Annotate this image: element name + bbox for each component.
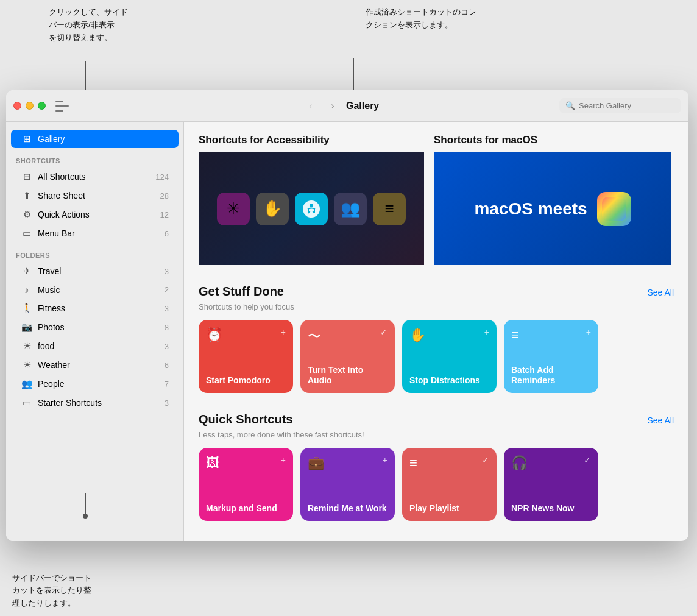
distraction-title: Stop Distractions [409, 375, 489, 386]
main-scroll-area: Shortcuts for Accessibility ✳ ✋ [184, 122, 688, 541]
people-label: People [38, 379, 160, 389]
quick-actions-count: 12 [160, 210, 169, 219]
macos-meets-text: macOS meets [474, 199, 587, 219]
svg-rect-2 [602, 197, 626, 221]
travel-icon: ✈ [21, 266, 33, 277]
sidebar-section-folders: Folders [6, 243, 183, 261]
reminder-action: + [586, 327, 591, 337]
toggle-bar-3 [55, 110, 63, 112]
get-stuff-done-see-all[interactable]: See All [647, 288, 674, 297]
card-top-1: ⏰ + [206, 327, 286, 343]
people-icon: 👥 [21, 378, 33, 389]
card-remind-work[interactable]: 💼 + Remind Me at Work [300, 448, 395, 521]
quick-shortcuts-subtitle: Less taps, more done with these fast sho… [199, 430, 674, 439]
weather-count: 6 [165, 361, 169, 370]
accessibility-title: Shortcuts for Accessibility [199, 134, 424, 146]
sidebar-item-share-sheet[interactable]: ⬆ Share Sheet 28 [11, 186, 179, 205]
people-count: 7 [165, 380, 169, 389]
reminder-icon: ≡ [511, 327, 519, 343]
fitness-icon: 🚶 [21, 303, 33, 314]
card-play-playlist[interactable]: ≡ ✓ Play Playlist [402, 448, 497, 521]
weather-label: Weather [38, 360, 160, 370]
banners-section: Shortcuts for Accessibility ✳ ✋ [199, 134, 674, 265]
annotation-dot-bottom [83, 514, 88, 519]
audio-icon: 〜 [308, 327, 321, 345]
menu-bar-label: Menu Bar [38, 228, 160, 238]
accessibility-banner: ✳ ✋ 👥 [199, 152, 424, 265]
search-input[interactable] [579, 101, 675, 110]
starter-label: Starter Shortcuts [38, 398, 160, 408]
quick-shortcuts-see-all[interactable]: See All [647, 416, 674, 425]
food-label: food [38, 341, 160, 351]
distraction-icon: ✋ [409, 327, 426, 343]
photos-label: Photos [38, 322, 160, 332]
close-button[interactable] [13, 102, 21, 110]
card-top-2: 〜 ✓ [308, 327, 387, 345]
menu-bar-icon: ▭ [21, 228, 33, 239]
annotation-top-right: 作成済みショートカットのコレクションを表示します。 [366, 6, 536, 32]
sidebar-item-fitness[interactable]: 🚶 Fitness 3 [11, 299, 179, 317]
remind-icon: 💼 [308, 455, 324, 471]
fullscreen-button[interactable] [38, 102, 46, 110]
card-stop-distractions[interactable]: ✋ + Stop Distractions [402, 320, 497, 393]
quick-shortcuts-section: Quick Shortcuts See All Less taps, more … [199, 412, 674, 521]
npr-title: NPR News Now [511, 503, 591, 514]
sidebar-item-menu-bar[interactable]: ▭ Menu Bar 6 [11, 224, 179, 243]
search-icon: 🔍 [565, 101, 575, 110]
remind-action: + [383, 455, 387, 465]
get-stuff-done-section: Get Stuff Done See All Shortcuts to help… [199, 285, 674, 393]
acc-icon-2: ✋ [256, 193, 289, 225]
quick-shortcuts-title: Quick Shortcuts [199, 412, 647, 427]
minimize-button[interactable] [26, 102, 34, 110]
sidebar-item-people[interactable]: 👥 People 7 [11, 375, 179, 393]
window-content: ⊞ Gallery Shortcuts ⊟ All Shortcuts 124 … [6, 122, 688, 541]
markup-icon: 🖼 [206, 455, 219, 471]
menu-bar-count: 6 [165, 229, 169, 238]
card-markup-send[interactable]: 🖼 + Markup and Send [199, 448, 293, 521]
sidebar-item-weather[interactable]: ☀ Weather 6 [11, 356, 179, 374]
sidebar-item-all-shortcuts[interactable]: ⊟ All Shortcuts 124 [11, 168, 179, 186]
starter-icon: ▭ [21, 397, 33, 408]
get-stuff-done-header: Get Stuff Done See All [199, 285, 674, 299]
macos-banner-card[interactable]: Shortcuts for macOS macOS meets [434, 134, 671, 265]
sidebar-gallery-label: Gallery [38, 134, 169, 144]
back-button[interactable]: ‹ [302, 97, 319, 115]
food-count: 3 [165, 342, 169, 351]
card-npr-news[interactable]: 🎧 ✓ NPR News Now [504, 448, 598, 521]
acc-icon-1: ✳ [217, 193, 250, 225]
sidebar-item-music[interactable]: ♪ Music 2 [11, 281, 179, 299]
audio-action: ✓ [380, 327, 387, 337]
card-batch-add-reminders[interactable]: ≡ + Batch Add Reminders [504, 320, 598, 393]
card-top-7: ≡ ✓ [409, 455, 489, 471]
acc-icon-4: 👥 [334, 193, 367, 225]
accessibility-banner-card[interactable]: Shortcuts for Accessibility ✳ ✋ [199, 134, 424, 265]
sidebar-item-gallery[interactable]: ⊞ Gallery [11, 130, 179, 148]
card-turn-text-audio[interactable]: 〜 ✓ Turn Text Into Audio [300, 320, 395, 393]
sidebar-item-travel[interactable]: ✈ Travel 3 [11, 262, 179, 280]
sidebar-item-photos[interactable]: 📷 Photos 8 [11, 318, 179, 336]
titlebar: ‹ › Gallery 🔍 [6, 90, 688, 122]
quick-shortcuts-header: Quick Shortcuts See All [199, 412, 674, 427]
share-sheet-count: 28 [160, 191, 169, 200]
music-icon: ♪ [21, 285, 33, 295]
playlist-icon: ≡ [409, 455, 417, 471]
pomodoro-title: Start Pomodoro [206, 375, 286, 386]
card-top-8: 🎧 ✓ [511, 455, 591, 471]
sidebar-item-starter[interactable]: ▭ Starter Shortcuts 3 [11, 394, 179, 412]
toggle-bar-1 [55, 101, 63, 102]
sidebar-item-quick-actions[interactable]: ⚙ Quick Actions 12 [11, 205, 179, 224]
sidebar-section-shortcuts: Shortcuts [6, 149, 183, 167]
card-start-pomodoro[interactable]: ⏰ + Start Pomodoro [199, 320, 293, 393]
sidebar-toggle-button[interactable] [55, 101, 69, 112]
markup-action: + [281, 455, 286, 465]
forward-button[interactable]: › [324, 97, 341, 115]
annotation-top-left: クリックして、サイドバーの表示/非表示を切り替えます。 [49, 6, 189, 44]
sidebar-item-food[interactable]: ☀ food 3 [11, 337, 179, 355]
all-shortcuts-icon: ⊟ [21, 171, 33, 182]
fitness-label: Fitness [38, 303, 160, 313]
markup-title: Markup and Send [206, 503, 286, 514]
pomodoro-action: + [281, 327, 286, 337]
toggle-bar-2 [55, 105, 69, 107]
card-top-3: ✋ + [409, 327, 489, 343]
search-bar[interactable]: 🔍 [559, 98, 681, 113]
